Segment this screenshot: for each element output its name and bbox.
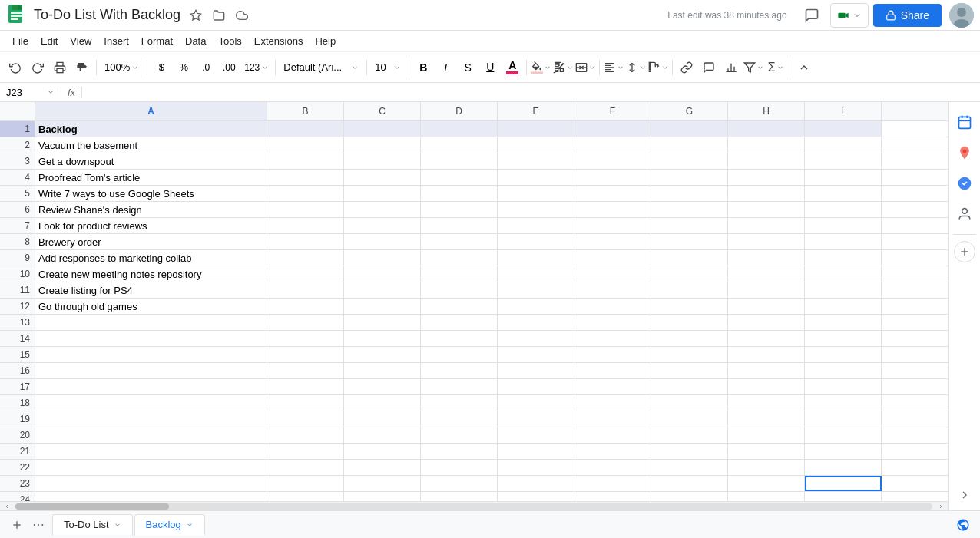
cell-g15[interactable]: [651, 347, 728, 362]
cell-e9[interactable]: [498, 250, 574, 266]
cell-h17[interactable]: [728, 379, 805, 394]
cell-i23[interactable]: [805, 476, 882, 491]
cell-f13[interactable]: [574, 315, 651, 330]
row-number-1[interactable]: 1: [0, 121, 35, 137]
decimal-inc-btn[interactable]: .00: [217, 57, 240, 78]
cell-c20[interactable]: [344, 427, 421, 443]
cell-g22[interactable]: [651, 460, 728, 475]
cell-f7[interactable]: [574, 218, 651, 233]
cell-h20[interactable]: [728, 427, 805, 443]
redo-btn[interactable]: [27, 57, 48, 78]
cell-f8[interactable]: [574, 234, 651, 249]
cell-b16[interactable]: [267, 363, 344, 378]
cell-d21[interactable]: [421, 444, 498, 459]
cell-a14[interactable]: [35, 331, 267, 346]
number-format-btn[interactable]: 123: [241, 57, 272, 78]
cell-g9[interactable]: [651, 250, 728, 266]
cell-d14[interactable]: [421, 331, 498, 346]
cell-c23[interactable]: [344, 476, 421, 491]
cell-a6[interactable]: Review Shane's design: [35, 202, 267, 217]
cell-d23[interactable]: [421, 476, 498, 491]
collapse-toolbar-btn[interactable]: [793, 57, 815, 78]
cell-f14[interactable]: [574, 331, 651, 346]
cell-e13[interactable]: [498, 315, 574, 330]
cell-f3[interactable]: [574, 153, 651, 169]
menu-extensions[interactable]: Extensions: [248, 33, 310, 49]
cell-d16[interactable]: [421, 363, 498, 378]
cell-c1[interactable]: [344, 121, 421, 137]
cell-i1[interactable]: [805, 121, 882, 137]
cell-a8[interactable]: Brewery order: [35, 234, 267, 249]
h-scroll-thumb[interactable]: [15, 503, 169, 510]
cell-c16[interactable]: [344, 363, 421, 378]
cell-d11[interactable]: [421, 282, 498, 298]
functions-btn[interactable]: Σ: [765, 57, 786, 78]
cell-i8[interactable]: [805, 234, 882, 249]
sidebar-add-btn[interactable]: [954, 241, 975, 262]
cell-g16[interactable]: [651, 363, 728, 378]
h-scroll-track[interactable]: [15, 503, 932, 510]
row-number-4[interactable]: 4: [0, 170, 35, 185]
cell-g17[interactable]: [651, 379, 728, 394]
row-number-16[interactable]: 16: [0, 363, 35, 378]
add-sheet-btn[interactable]: [6, 514, 28, 536]
cell-f2[interactable]: [574, 137, 651, 153]
cell-g8[interactable]: [651, 234, 728, 249]
maps-sidebar-btn[interactable]: [951, 139, 978, 167]
cell-b15[interactable]: [267, 347, 344, 362]
cell-d5[interactable]: [421, 186, 498, 201]
font-size-select[interactable]: 10: [370, 57, 406, 78]
cell-a20[interactable]: [35, 427, 267, 443]
cell-h21[interactable]: [728, 444, 805, 459]
cell-g11[interactable]: [651, 282, 728, 298]
cell-f22[interactable]: [574, 460, 651, 475]
cell-i19[interactable]: [805, 411, 882, 427]
row-number-2[interactable]: 2: [0, 137, 35, 153]
cell-i4[interactable]: [805, 170, 882, 185]
comments-btn[interactable]: [798, 2, 826, 29]
row-number-23[interactable]: 23: [0, 476, 35, 491]
cell-d20[interactable]: [421, 427, 498, 443]
cell-c21[interactable]: [344, 444, 421, 459]
cell-c13[interactable]: [344, 315, 421, 330]
filter-btn[interactable]: [743, 57, 764, 78]
cell-f4[interactable]: [574, 170, 651, 185]
cell-e24[interactable]: [498, 492, 574, 501]
share-button[interactable]: To-Do ListShare: [873, 4, 942, 27]
cell-a13[interactable]: [35, 315, 267, 330]
row-number-12[interactable]: 12: [0, 299, 35, 314]
cell-e16[interactable]: [498, 363, 574, 378]
cell-h15[interactable]: [728, 347, 805, 362]
col-header-f[interactable]: F: [574, 102, 651, 120]
cell-g2[interactable]: [651, 137, 728, 153]
cell-a12[interactable]: Go through old games: [35, 299, 267, 314]
cell-b19[interactable]: [267, 411, 344, 427]
cell-h16[interactable]: [728, 363, 805, 378]
cell-a11[interactable]: Create listing for PS4: [35, 282, 267, 298]
cell-f24[interactable]: [574, 492, 651, 501]
cell-c2[interactable]: [344, 137, 421, 153]
cell-i24[interactable]: [805, 492, 882, 501]
cell-g7[interactable]: [651, 218, 728, 233]
cell-h19[interactable]: [728, 411, 805, 427]
cell-i2[interactable]: [805, 137, 882, 153]
cell-g23[interactable]: [651, 476, 728, 491]
cell-i11[interactable]: [805, 282, 882, 298]
menu-data[interactable]: Data: [179, 33, 212, 49]
cell-i21[interactable]: [805, 444, 882, 459]
chart-btn[interactable]: [720, 57, 742, 78]
cell-a16[interactable]: [35, 363, 267, 378]
cell-f21[interactable]: [574, 444, 651, 459]
cell-h14[interactable]: [728, 331, 805, 346]
cell-d1[interactable]: [421, 121, 498, 137]
print-btn[interactable]: [49, 57, 71, 78]
sidebar-collapse-btn[interactable]: [955, 486, 974, 504]
cell-e11[interactable]: [498, 282, 574, 298]
decimal-dec-btn[interactable]: .0: [195, 57, 217, 78]
avatar[interactable]: [949, 3, 974, 28]
cell-e7[interactable]: [498, 218, 574, 233]
cell-c22[interactable]: [344, 460, 421, 475]
cell-e18[interactable]: [498, 395, 574, 411]
cell-h23[interactable]: [728, 476, 805, 491]
col-header-i[interactable]: I: [805, 102, 882, 120]
